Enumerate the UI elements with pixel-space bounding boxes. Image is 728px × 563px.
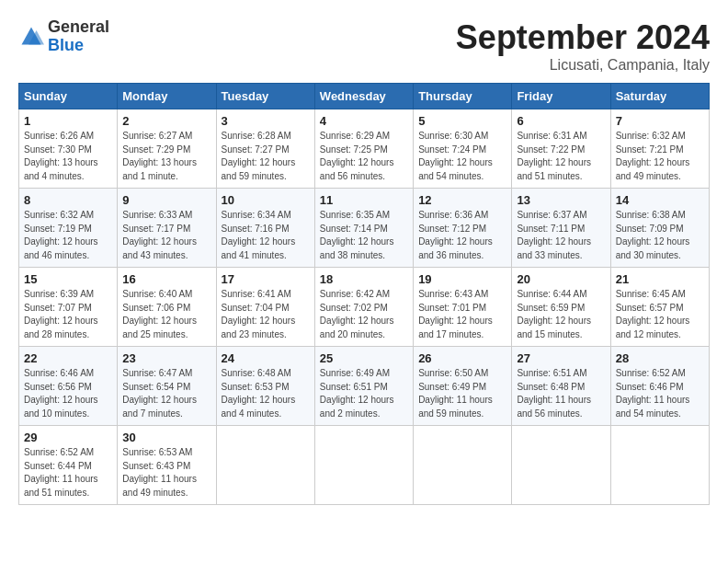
calendar-cell: 10 Sunrise: 6:34 AMSunset: 7:16 PMDaylig…: [216, 189, 314, 268]
calendar-cell: 7 Sunrise: 6:32 AMSunset: 7:21 PMDayligh…: [610, 109, 709, 189]
day-number: 2: [122, 114, 210, 128]
weekday-header-wednesday: Wednesday: [314, 84, 413, 109]
day-number: 7: [616, 114, 704, 128]
calendar-cell: 24 Sunrise: 6:48 AMSunset: 6:53 PMDaylig…: [216, 347, 314, 426]
calendar-cell: 6 Sunrise: 6:31 AMSunset: 7:22 PMDayligh…: [512, 109, 610, 189]
calendar-cell: 18 Sunrise: 6:42 AMSunset: 7:02 PMDaylig…: [314, 268, 413, 347]
calendar-cell: 3 Sunrise: 6:28 AMSunset: 7:27 PMDayligh…: [216, 109, 314, 189]
day-info: Sunrise: 6:33 AMSunset: 7:17 PMDaylight:…: [122, 210, 197, 260]
day-number: 15: [24, 272, 112, 286]
calendar-cell: 1 Sunrise: 6:26 AMSunset: 7:30 PMDayligh…: [19, 109, 118, 189]
calendar-cell: 4 Sunrise: 6:29 AMSunset: 7:25 PMDayligh…: [314, 109, 413, 189]
calendar-cell: 28 Sunrise: 6:52 AMSunset: 6:46 PMDaylig…: [610, 347, 709, 426]
day-number: 18: [320, 272, 408, 286]
day-number: 30: [122, 431, 210, 444]
day-info: Sunrise: 6:27 AMSunset: 7:29 PMDaylight:…: [122, 131, 197, 181]
day-info: Sunrise: 6:52 AMSunset: 6:44 PMDaylight:…: [24, 447, 98, 498]
weekday-header-friday: Friday: [512, 84, 610, 109]
calendar-cell: 19 Sunrise: 6:43 AMSunset: 7:01 PMDaylig…: [414, 268, 512, 347]
calendar-week-row: 29 Sunrise: 6:52 AMSunset: 6:44 PMDaylig…: [19, 426, 710, 505]
day-info: Sunrise: 6:32 AMSunset: 7:19 PMDaylight:…: [24, 210, 98, 260]
calendar-cell: 14 Sunrise: 6:38 AMSunset: 7:09 PMDaylig…: [610, 189, 709, 268]
calendar-week-row: 15 Sunrise: 6:39 AMSunset: 7:07 PMDaylig…: [19, 268, 710, 347]
calendar-week-row: 8 Sunrise: 6:32 AMSunset: 7:19 PMDayligh…: [19, 189, 710, 268]
weekday-header-row: SundayMondayTuesdayWednesdayThursdayFrid…: [19, 84, 710, 109]
calendar-cell: 30 Sunrise: 6:53 AMSunset: 6:43 PMDaylig…: [118, 426, 216, 505]
day-info: Sunrise: 6:35 AMSunset: 7:14 PMDaylight:…: [320, 210, 394, 260]
calendar-cell: 5 Sunrise: 6:30 AMSunset: 7:24 PMDayligh…: [414, 109, 512, 189]
calendar-cell: 22 Sunrise: 6:46 AMSunset: 6:56 PMDaylig…: [19, 347, 118, 426]
day-number: 29: [24, 431, 112, 444]
day-number: 8: [24, 193, 112, 207]
calendar-cell: 8 Sunrise: 6:32 AMSunset: 7:19 PMDayligh…: [19, 189, 118, 268]
day-number: 24: [222, 351, 310, 365]
day-info: Sunrise: 6:53 AMSunset: 6:43 PMDaylight:…: [122, 447, 197, 498]
day-info: Sunrise: 6:38 AMSunset: 7:09 PMDaylight:…: [616, 210, 690, 260]
day-number: 1: [24, 114, 112, 128]
day-number: 6: [517, 114, 605, 128]
day-info: Sunrise: 6:26 AMSunset: 7:30 PMDaylight:…: [24, 131, 98, 181]
page-header: General Blue September 2024 Licusati, Ca…: [18, 18, 710, 74]
day-number: 17: [222, 272, 310, 286]
day-number: 26: [418, 351, 506, 365]
calendar-cell: 21 Sunrise: 6:45 AMSunset: 6:57 PMDaylig…: [610, 268, 709, 347]
day-info: Sunrise: 6:42 AMSunset: 7:02 PMDaylight:…: [320, 289, 394, 339]
day-number: 4: [320, 114, 408, 128]
day-info: Sunrise: 6:45 AMSunset: 6:57 PMDaylight:…: [616, 289, 690, 339]
day-number: 14: [616, 193, 704, 207]
day-info: Sunrise: 6:52 AMSunset: 6:46 PMDaylight:…: [616, 368, 690, 419]
calendar-cell: 25 Sunrise: 6:49 AMSunset: 6:51 PMDaylig…: [314, 347, 413, 426]
day-number: 5: [418, 114, 506, 128]
weekday-header-thursday: Thursday: [414, 84, 512, 109]
month-title: September 2024: [456, 18, 710, 57]
calendar-cell: 9 Sunrise: 6:33 AMSunset: 7:17 PMDayligh…: [118, 189, 216, 268]
day-number: 9: [122, 193, 210, 207]
calendar-cell: 29 Sunrise: 6:52 AMSunset: 6:44 PMDaylig…: [19, 426, 118, 505]
logo-general-text: General: [48, 18, 109, 37]
calendar-cell: 17 Sunrise: 6:41 AMSunset: 7:04 PMDaylig…: [216, 268, 314, 347]
day-number: 10: [222, 193, 310, 207]
day-info: Sunrise: 6:39 AMSunset: 7:07 PMDaylight:…: [24, 289, 98, 339]
day-number: 25: [320, 351, 408, 365]
day-info: Sunrise: 6:40 AMSunset: 7:06 PMDaylight:…: [122, 289, 197, 339]
calendar-week-row: 22 Sunrise: 6:46 AMSunset: 6:56 PMDaylig…: [19, 347, 710, 426]
day-number: 22: [24, 351, 112, 365]
day-number: 20: [517, 272, 605, 286]
logo-blue-text: Blue: [48, 37, 109, 55]
calendar-cell: 12 Sunrise: 6:36 AMSunset: 7:12 PMDaylig…: [414, 189, 512, 268]
day-number: 27: [517, 351, 605, 365]
calendar-cell: 20 Sunrise: 6:44 AMSunset: 6:59 PMDaylig…: [512, 268, 610, 347]
day-info: Sunrise: 6:32 AMSunset: 7:21 PMDaylight:…: [616, 131, 690, 181]
calendar-cell: 23 Sunrise: 6:47 AMSunset: 6:54 PMDaylig…: [118, 347, 216, 426]
calendar-cell: 27 Sunrise: 6:51 AMSunset: 6:48 PMDaylig…: [512, 347, 610, 426]
day-info: Sunrise: 6:47 AMSunset: 6:54 PMDaylight:…: [122, 368, 197, 419]
calendar-cell: [216, 426, 314, 505]
day-info: Sunrise: 6:51 AMSunset: 6:48 PMDaylight:…: [517, 368, 591, 419]
day-info: Sunrise: 6:48 AMSunset: 6:53 PMDaylight:…: [222, 368, 296, 419]
calendar-cell: 15 Sunrise: 6:39 AMSunset: 7:07 PMDaylig…: [19, 268, 118, 347]
weekday-header-monday: Monday: [118, 84, 216, 109]
day-info: Sunrise: 6:30 AMSunset: 7:24 PMDaylight:…: [418, 131, 493, 181]
calendar-cell: [610, 426, 709, 505]
weekday-header-tuesday: Tuesday: [216, 84, 314, 109]
day-number: 16: [122, 272, 210, 286]
day-info: Sunrise: 6:37 AMSunset: 7:11 PMDaylight:…: [517, 210, 591, 260]
calendar-cell: 16 Sunrise: 6:40 AMSunset: 7:06 PMDaylig…: [118, 268, 216, 347]
calendar-cell: [414, 426, 512, 505]
day-info: Sunrise: 6:50 AMSunset: 6:49 PMDaylight:…: [418, 368, 493, 419]
calendar-cell: 11 Sunrise: 6:35 AMSunset: 7:14 PMDaylig…: [314, 189, 413, 268]
day-number: 11: [320, 193, 408, 207]
day-info: Sunrise: 6:49 AMSunset: 6:51 PMDaylight:…: [320, 368, 394, 419]
day-info: Sunrise: 6:41 AMSunset: 7:04 PMDaylight:…: [222, 289, 296, 339]
calendar-cell: 26 Sunrise: 6:50 AMSunset: 6:49 PMDaylig…: [414, 347, 512, 426]
day-info: Sunrise: 6:28 AMSunset: 7:27 PMDaylight:…: [222, 131, 296, 181]
day-info: Sunrise: 6:31 AMSunset: 7:22 PMDaylight:…: [517, 131, 591, 181]
weekday-header-sunday: Sunday: [19, 84, 118, 109]
day-info: Sunrise: 6:36 AMSunset: 7:12 PMDaylight:…: [418, 210, 493, 260]
calendar-cell: 2 Sunrise: 6:27 AMSunset: 7:29 PMDayligh…: [118, 109, 216, 189]
logo: General Blue: [18, 18, 109, 55]
day-info: Sunrise: 6:29 AMSunset: 7:25 PMDaylight:…: [320, 131, 394, 181]
day-number: 3: [222, 114, 310, 128]
day-number: 13: [517, 193, 605, 207]
day-info: Sunrise: 6:43 AMSunset: 7:01 PMDaylight:…: [418, 289, 493, 339]
